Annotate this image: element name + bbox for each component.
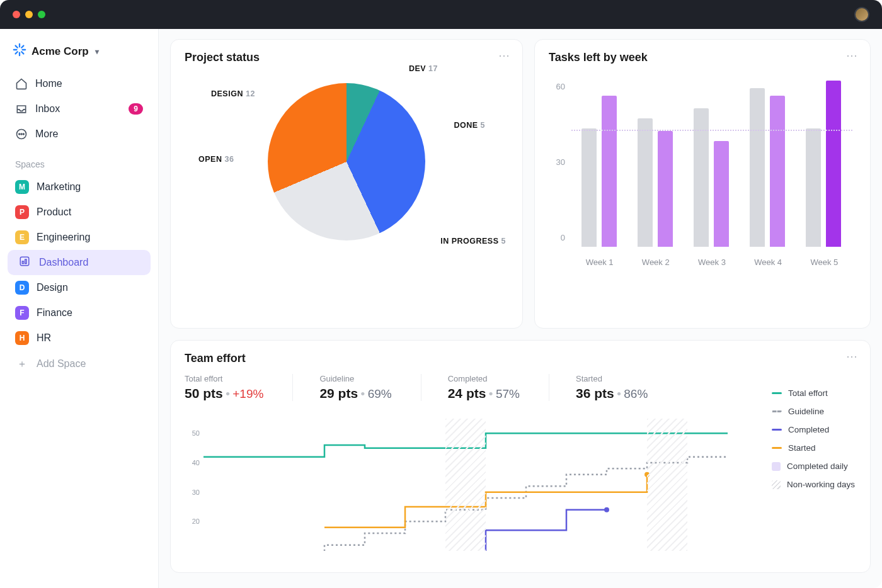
minimize-window-icon[interactable] [25,11,33,18]
pie-label-open: OPEN36 [198,155,234,164]
sidebar-space-marketing[interactable]: MMarketing [8,174,151,200]
svg-point-9 [19,133,20,135]
space-label: Design [37,282,68,293]
sidebar-space-product[interactable]: PProduct [8,200,151,225]
window-titlebar [0,0,882,29]
bar-chart: 03060 Week 1Week 2Week 3Week 4Week 5 [549,71,856,272]
pie-label-dev: DEV17 [409,64,438,73]
sidebar-space-hr[interactable]: HHR [8,325,151,351]
nav-label: More [35,128,58,140]
card-title: Project status [185,51,508,64]
card-menu-button[interactable]: ⋯ [498,48,511,62]
space-badge-icon: H [15,331,29,345]
space-badge-icon: E [15,230,29,244]
add-space-button[interactable]: ＋ Add Space [8,351,151,377]
svg-line-5 [21,52,23,54]
add-space-label: Add Space [37,358,86,370]
space-badge-icon: M [15,180,29,194]
window-controls[interactable] [13,11,45,18]
workspace-switcher[interactable]: Acme Corp ▾ [8,40,151,71]
spaces-section-label: Spaces [8,147,151,174]
space-label: Marketing [37,181,81,193]
inbox-badge: 9 [129,103,143,115]
svg-rect-13 [22,261,23,264]
maximize-window-icon[interactable] [38,11,45,18]
svg-point-10 [21,133,22,135]
card-menu-button[interactable]: ⋯ [846,48,859,62]
nav-label: Inbox [35,103,60,115]
chevron-down-icon: ▾ [95,47,99,56]
svg-line-6 [16,52,18,54]
metric-completed: Completed 24 pts • 57% [448,374,549,401]
pie-label-in-progress: IN PROGRESS5 [440,237,506,246]
svg-point-15 [604,507,609,512]
card-title: Team effort [185,352,856,365]
line-chart: 20304050 [185,419,728,551]
sidebar-dashboard[interactable]: Dashboard [8,250,151,275]
close-window-icon[interactable] [13,11,20,18]
tasks-by-week-card: Tasks left by week ⋯ 03060 Week 1Week 2W… [534,39,871,329]
sidebar-space-engineering[interactable]: EEngineering [8,225,151,250]
nav-more[interactable]: More [8,122,151,147]
metric-started: Started 36 pts • 86% [576,374,677,401]
space-badge-icon: D [15,281,29,295]
svg-point-11 [23,133,25,135]
main-content: Project status ⋯ DEV17 DONE5 IN PROGRESS… [159,29,882,588]
nav-inbox[interactable]: Inbox 9 [8,96,151,122]
space-badge-icon: F [15,306,29,320]
space-label: Finance [37,307,72,319]
svg-rect-14 [25,259,26,264]
user-avatar[interactable] [854,7,869,22]
card-title: Tasks left by week [549,51,856,64]
sidebar-space-finance[interactable]: FFinance [8,300,151,325]
space-badge-icon: P [15,205,29,219]
sidebar-space-design[interactable]: DDesign [8,275,151,300]
project-status-card: Project status ⋯ DEV17 DONE5 IN PROGRESS… [170,39,523,329]
space-label: HR [37,332,51,344]
plus-icon: ＋ [15,357,29,371]
logo-icon [13,43,26,60]
space-label: Product [37,206,71,218]
svg-line-7 [21,46,23,48]
inbox-icon [15,103,28,115]
metric-guideline: Guideline 29 pts • 69% [319,374,421,401]
team-legend: Total effort Guideline Completed Started… [772,388,855,498]
sidebar: Acme Corp ▾ Home Inbox 9 More Spaces MMa… [0,29,159,588]
pie-label-design: DESIGN12 [211,89,255,98]
team-effort-card: Team effort ⋯ Total effort 50 pts • +19%… [170,340,871,573]
dashboard-icon [19,256,30,269]
home-icon [15,77,28,90]
nav-label: Home [35,78,62,89]
metric-total-effort: Total effort 50 pts • +19% [185,374,293,401]
pie-label-done: DONE5 [454,121,485,130]
svg-line-4 [16,46,18,48]
card-menu-button[interactable]: ⋯ [846,349,859,363]
team-metrics: Total effort 50 pts • +19% Guideline 29 … [185,374,856,401]
nav-home[interactable]: Home [8,71,151,96]
pie-chart: DEV17 DONE5 IN PROGRESS5 OPEN36 DESIGN12 [268,83,425,240]
dashboard-label: Dashboard [39,257,88,268]
space-label: Engineering [37,232,90,243]
workspace-name: Acme Corp [32,45,89,58]
more-icon [15,128,28,140]
